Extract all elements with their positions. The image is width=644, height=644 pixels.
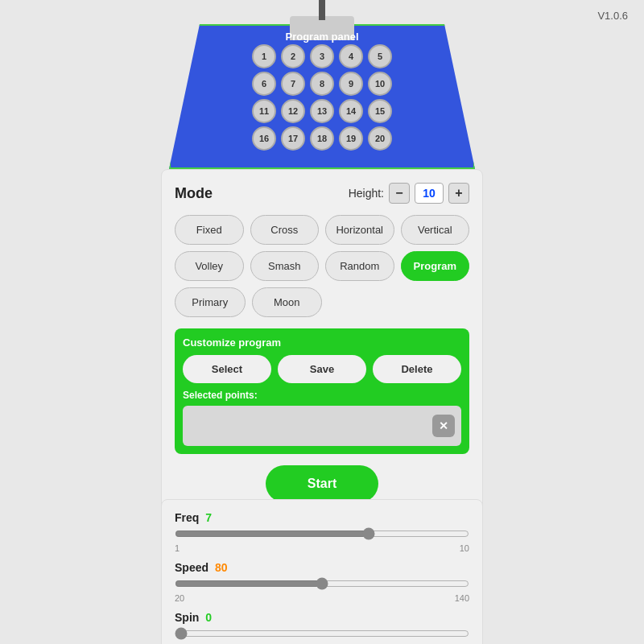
clear-icon: ✕ bbox=[439, 419, 448, 432]
mode-label: Mode bbox=[175, 185, 213, 202]
slider-label-row: Freq7 bbox=[175, 511, 469, 524]
slider-row-speed: Speed8020140 bbox=[175, 561, 469, 603]
mode-btn-random[interactable]: Random bbox=[325, 251, 394, 281]
dots-grid: 1234567891011121314151617181920 bbox=[169, 44, 475, 151]
mode-btn-cross[interactable]: Cross bbox=[250, 215, 320, 245]
slider-min: 1 bbox=[175, 543, 180, 553]
dot-11[interactable]: 11 bbox=[252, 99, 276, 123]
customize-title: Customize program bbox=[183, 336, 461, 349]
dot-7[interactable]: 7 bbox=[281, 72, 305, 96]
customize-buttons: Select Save Delete bbox=[183, 355, 461, 383]
mode-btn-horizontal[interactable]: Horizontal bbox=[325, 215, 394, 245]
dot-10[interactable]: 10 bbox=[368, 72, 392, 96]
selected-points-label: Selected points: bbox=[183, 390, 461, 401]
slider-value-freq: 7 bbox=[205, 511, 212, 524]
slider-max: 140 bbox=[455, 593, 469, 603]
dot-18[interactable]: 18 bbox=[310, 126, 334, 151]
slider-name-freq: Freq bbox=[175, 511, 199, 524]
dot-row: 12345 bbox=[252, 44, 392, 68]
dot-3[interactable]: 3 bbox=[310, 44, 334, 68]
height-control: Height: − 10 + bbox=[349, 183, 469, 204]
mode-btn-volley[interactable]: Volley bbox=[175, 251, 244, 281]
control-panel: Mode Height: − 10 + FixedCrossHorizontal… bbox=[161, 169, 483, 527]
connector bbox=[319, 0, 325, 20]
slider-range-labels: 20140 bbox=[175, 593, 469, 603]
dot-13[interactable]: 13 bbox=[310, 99, 334, 123]
slider-input-spin[interactable] bbox=[175, 627, 469, 640]
dot-8[interactable]: 8 bbox=[310, 72, 334, 96]
mode-row-extra: PrimaryMoon bbox=[175, 287, 322, 317]
slider-input-freq[interactable] bbox=[175, 527, 469, 540]
slider-input-speed[interactable] bbox=[175, 577, 469, 590]
height-value: 10 bbox=[415, 183, 444, 204]
sliders-section: Freq7110Speed8020140Spin0010 bbox=[161, 499, 483, 644]
dot-19[interactable]: 19 bbox=[339, 126, 363, 151]
slider-label-row: Speed80 bbox=[175, 561, 469, 574]
height-plus-button[interactable]: + bbox=[448, 183, 469, 204]
height-label: Height: bbox=[349, 187, 384, 200]
dot-2[interactable]: 2 bbox=[281, 44, 305, 68]
start-button[interactable]: Start bbox=[266, 465, 378, 502]
mode-btn-moon[interactable]: Moon bbox=[252, 287, 323, 317]
slider-value-speed: 80 bbox=[215, 561, 228, 574]
dot-row: 678910 bbox=[252, 72, 392, 96]
slider-range-labels: 110 bbox=[175, 543, 469, 553]
mode-btn-fixed[interactable]: Fixed bbox=[175, 215, 244, 245]
slider-value-spin: 0 bbox=[205, 611, 212, 624]
slider-name-speed: Speed bbox=[175, 561, 208, 574]
dot-15[interactable]: 15 bbox=[368, 99, 392, 123]
dot-14[interactable]: 14 bbox=[339, 99, 363, 123]
dot-row: 1112131415 bbox=[252, 99, 392, 123]
slider-row-freq: Freq7110 bbox=[175, 511, 469, 553]
dot-6[interactable]: 6 bbox=[252, 72, 276, 96]
program-panel: Program panel 12345678910111213141516171… bbox=[169, 0, 475, 169]
dot-4[interactable]: 4 bbox=[339, 44, 363, 68]
panel-label: Program panel bbox=[285, 31, 358, 43]
version-label: V1.0.6 bbox=[597, 10, 628, 22]
mode-btn-vertical[interactable]: Vertical bbox=[401, 215, 470, 245]
clear-button[interactable]: ✕ bbox=[432, 415, 455, 437]
selected-points-area: ✕ bbox=[183, 406, 461, 446]
height-minus-button[interactable]: − bbox=[389, 183, 410, 204]
select-button[interactable]: Select bbox=[183, 355, 271, 383]
slider-min: 20 bbox=[175, 593, 184, 603]
mode-buttons-grid: FixedCrossHorizontalVerticalVolleySmashR… bbox=[175, 215, 469, 281]
mode-row: Mode Height: − 10 + bbox=[175, 183, 469, 204]
dot-5[interactable]: 5 bbox=[368, 44, 392, 68]
delete-button[interactable]: Delete bbox=[373, 355, 461, 383]
mode-btn-primary[interactable]: Primary bbox=[175, 287, 246, 317]
slider-row-spin: Spin0010 bbox=[175, 611, 469, 644]
save-button[interactable]: Save bbox=[278, 355, 366, 383]
dot-row: 1617181920 bbox=[252, 126, 392, 151]
dot-20[interactable]: 20 bbox=[368, 126, 392, 151]
slider-name-spin: Spin bbox=[175, 611, 199, 624]
mode-btn-smash[interactable]: Smash bbox=[250, 251, 320, 281]
dot-12[interactable]: 12 bbox=[281, 99, 305, 123]
dot-1[interactable]: 1 bbox=[252, 44, 276, 68]
dot-17[interactable]: 17 bbox=[281, 126, 305, 151]
slider-max: 10 bbox=[460, 543, 469, 553]
mode-btn-program[interactable]: Program bbox=[401, 251, 470, 281]
dot-9[interactable]: 9 bbox=[339, 72, 363, 96]
dot-16[interactable]: 16 bbox=[252, 126, 276, 151]
slider-label-row: Spin0 bbox=[175, 611, 469, 624]
customize-box: Customize program Select Save Delete Sel… bbox=[175, 328, 469, 454]
